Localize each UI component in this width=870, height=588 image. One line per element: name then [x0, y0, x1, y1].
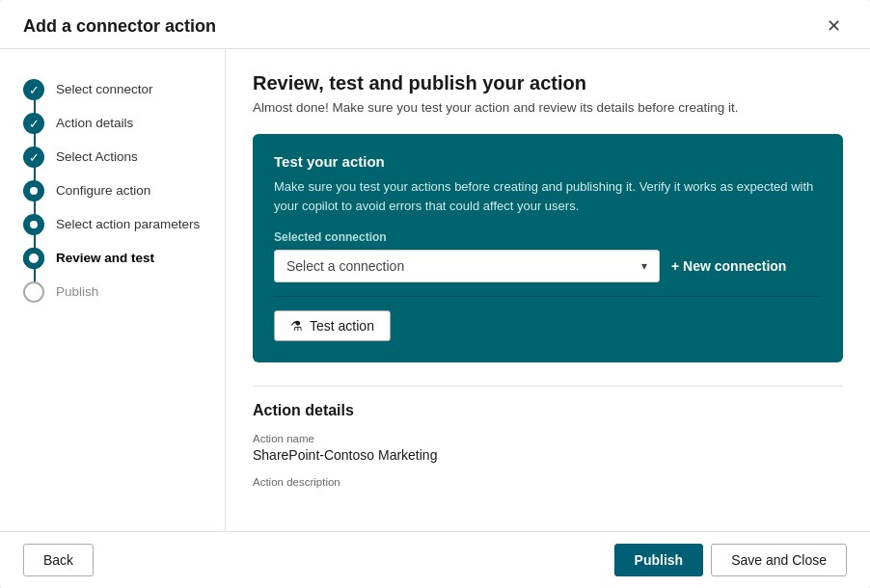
- new-connection-button[interactable]: + New connection: [671, 258, 786, 274]
- test-card: Test your action Make sure you test your…: [253, 134, 843, 362]
- step-select-actions[interactable]: ✓ Select Actions: [23, 140, 225, 174]
- save-close-label: Save and Close: [731, 552, 827, 568]
- footer-left: Back: [23, 544, 94, 576]
- section-title-action-details: Action details: [253, 402, 843, 419]
- close-icon: ✕: [827, 16, 841, 36]
- test-action-label: Test action: [310, 318, 374, 334]
- main-content: Review, test and publish your action Alm…: [226, 49, 870, 531]
- modal-footer: Back Publish Save and Close: [0, 531, 870, 588]
- step-action-details[interactable]: ✓ Action details: [23, 106, 225, 140]
- step-icon-select-actions: ✓: [23, 147, 44, 168]
- section-divider: [253, 386, 843, 387]
- step-icon-review-and-test: [23, 248, 44, 269]
- step-label-review-and-test: Review and test: [56, 247, 154, 268]
- action-name-label: Action name: [253, 433, 843, 444]
- step-select-connector[interactable]: ✓ Select connector: [23, 72, 225, 106]
- modal: Add a connector action ✕ ✓ Select connec…: [0, 0, 870, 588]
- connection-row: Select a connection ▾ + New connection: [274, 250, 822, 282]
- step-review-and-test[interactable]: Review and test: [23, 241, 225, 275]
- step-label-select-actions: Select Actions: [56, 146, 138, 167]
- connection-placeholder: Select a connection: [286, 258, 404, 274]
- publish-label: Publish: [635, 552, 684, 568]
- step-label-select-connector: Select connector: [56, 78, 153, 99]
- step-label-publish: Publish: [56, 281, 98, 302]
- svg-point-3: [29, 254, 39, 263]
- checkmark-icon-2: ✓: [29, 117, 40, 131]
- modal-header: Add a connector action ✕: [0, 0, 870, 49]
- action-name-value: SharePoint-Contoso Marketing: [253, 447, 843, 463]
- save-close-button[interactable]: Save and Close: [711, 544, 847, 576]
- connection-select[interactable]: Select a connection ▾: [274, 250, 660, 282]
- step-configure-action[interactable]: Configure action: [23, 174, 225, 207]
- step-select-action-parameters[interactable]: Select action parameters: [23, 207, 225, 241]
- test-card-title: Test your action: [274, 153, 822, 170]
- step-publish[interactable]: Publish: [23, 275, 225, 308]
- step-label-action-details: Action details: [56, 112, 133, 133]
- step-icon-publish: [23, 281, 44, 303]
- modal-body: ✓ Select connector ✓ Action details ✓ Se…: [0, 49, 870, 531]
- card-divider: [274, 296, 822, 297]
- checkmark-icon-3: ✓: [29, 150, 40, 165]
- beaker-icon: ⚗: [290, 318, 303, 334]
- action-description-label: Action description: [253, 476, 843, 488]
- step-icon-action-details: ✓: [23, 113, 44, 134]
- step-icon-configure-action: [23, 180, 44, 201]
- back-button[interactable]: Back: [23, 544, 94, 576]
- test-card-description: Make sure you test your actions before c…: [274, 177, 822, 215]
- step-icon-select-connector: ✓: [23, 79, 44, 100]
- chevron-down-icon: ▾: [641, 259, 647, 273]
- svg-point-0: [30, 187, 38, 195]
- step-label-select-action-parameters: Select action parameters: [56, 213, 200, 234]
- page-title: Review, test and publish your action: [253, 72, 843, 94]
- step-label-configure-action: Configure action: [56, 179, 150, 200]
- publish-button[interactable]: Publish: [614, 544, 704, 576]
- checkmark-icon: ✓: [29, 83, 40, 97]
- footer-right: Publish Save and Close: [614, 544, 847, 576]
- test-action-button[interactable]: ⚗ Test action: [274, 310, 391, 341]
- new-connection-label: + New connection: [671, 258, 786, 274]
- sidebar: ✓ Select connector ✓ Action details ✓ Se…: [0, 49, 226, 531]
- close-button[interactable]: ✕: [821, 15, 847, 37]
- back-label: Back: [43, 552, 73, 568]
- step-icon-select-action-parameters: [23, 214, 44, 235]
- svg-point-1: [30, 221, 38, 228]
- page-subtitle: Almost done! Make sure you test your act…: [253, 100, 843, 115]
- connection-label: Selected connection: [274, 230, 822, 244]
- modal-title: Add a connector action: [23, 16, 216, 37]
